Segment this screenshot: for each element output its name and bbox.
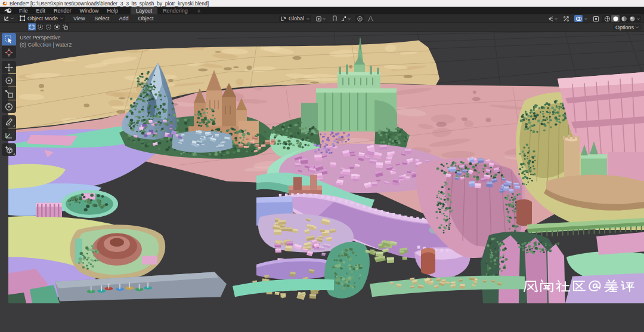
object-mode-icon	[19, 15, 26, 21]
select-mode-subtract[interactable]	[45, 23, 52, 30]
tool-rotate[interactable]	[2, 74, 16, 87]
add-cube-icon	[5, 146, 13, 154]
tool-select-box[interactable]	[2, 33, 16, 45]
blender-app-icon	[2, 1, 7, 6]
mode-dropdown[interactable]: Object Mode	[18, 15, 65, 22]
left-toolbar	[2, 33, 16, 158]
viewport-3d[interactable]: User Perspective (0) Collection | water2…	[0, 32, 644, 332]
topbar: File Edit Render Window Help Layout Rend…	[0, 7, 644, 14]
select-extend-icon	[38, 24, 43, 30]
chevron-down-icon	[584, 17, 588, 21]
scale-icon	[5, 90, 13, 98]
transform-orientation-dropdown[interactable]: Global	[279, 15, 311, 22]
toggle-xray-button[interactable]	[592, 15, 600, 22]
tool-settings-bar: Options	[0, 23, 644, 32]
overlays-icon	[575, 16, 582, 22]
cursor-icon	[5, 48, 13, 57]
proportional-editing-toggle[interactable]	[355, 15, 364, 22]
select-mode-invert[interactable]	[53, 23, 61, 30]
orientation-label: Global	[287, 16, 306, 21]
workspace-tab-layout[interactable]: Layout	[131, 7, 157, 14]
proportional-editing-icon	[357, 16, 363, 22]
editor-type-button[interactable]	[2, 15, 16, 22]
menu-add[interactable]: Add	[114, 16, 133, 21]
select-subtract-icon	[46, 24, 51, 30]
select-mode-set[interactable]	[28, 23, 36, 30]
workspace-tabs: Layout Rendering +	[131, 7, 205, 14]
shading-wireframe-icon	[604, 16, 611, 22]
shading-solid-icon	[612, 16, 619, 22]
tool-cursor[interactable]	[2, 46, 16, 59]
tool-annotate[interactable]	[2, 115, 16, 128]
xray-icon	[593, 16, 599, 22]
viewport-overlay-text: User Perspective (0) Collection | water2	[20, 34, 72, 48]
proportional-falloff-dropdown[interactable]	[366, 15, 375, 22]
measure-icon	[5, 131, 13, 139]
tool-scale[interactable]	[2, 87, 16, 100]
select-mode-group	[28, 23, 70, 30]
menu-help[interactable]: Help	[103, 7, 123, 14]
shading-mode-group	[602, 15, 641, 22]
view-name-label: User Perspective	[20, 34, 72, 41]
shading-rendered-icon	[629, 16, 636, 22]
menu-object[interactable]: Object	[133, 16, 158, 21]
tool-move[interactable]	[2, 61, 16, 73]
tool-add-cube[interactable]	[2, 143, 16, 156]
snap-toggle[interactable]	[330, 15, 339, 22]
transform-icon	[5, 103, 13, 111]
mode-label: Object Mode	[26, 16, 60, 21]
select-mode-intersect[interactable]	[61, 23, 69, 30]
chevron-down-icon	[306, 17, 310, 21]
viewport-header: Object Mode View Select Add Object Globa…	[0, 14, 644, 23]
select-intersect-icon	[63, 24, 68, 30]
title-bar: Blender* [C:\Users\Xpin test\Downloads\b…	[0, 0, 644, 7]
menu-render[interactable]: Render	[49, 7, 76, 14]
select-box-icon	[5, 35, 13, 44]
show-gizmo-dropdown[interactable]	[562, 15, 571, 22]
workspace-tab-rendering[interactable]: Rendering	[157, 7, 193, 14]
options-label: Options	[615, 24, 634, 30]
shading-material-button[interactable]	[620, 15, 628, 22]
shading-solid-button[interactable]	[611, 15, 620, 22]
select-invert-icon	[54, 24, 60, 30]
magnet-icon	[332, 16, 338, 22]
add-workspace-button[interactable]: +	[193, 8, 205, 14]
chevron-down-icon	[635, 25, 639, 29]
chevron-down-icon	[347, 17, 351, 21]
annotate-pen-icon	[5, 118, 13, 126]
object-visibility-dropdown[interactable]	[546, 15, 559, 22]
tool-measure[interactable]	[2, 128, 16, 141]
snap-target-icon	[340, 16, 347, 22]
menu-view[interactable]: View	[69, 16, 89, 21]
snap-with-dropdown[interactable]	[339, 15, 352, 22]
active-collection-label: (0) Collection | water2	[20, 41, 72, 48]
editor-3d-viewport-icon	[4, 15, 10, 21]
chevron-down-icon	[322, 17, 326, 21]
chevron-down-icon	[10, 16, 14, 20]
gizmo-icon	[563, 16, 569, 22]
chevron-down-icon	[636, 17, 640, 21]
window-title: Blender* [C:\Users\Xpin test\Downloads\b…	[10, 1, 209, 7]
pivot-point-icon	[315, 16, 322, 22]
overlays-dropdown[interactable]	[583, 15, 589, 22]
city-blocks-blue	[172, 130, 233, 152]
menu-edit[interactable]: Edit	[32, 7, 50, 14]
menu-window[interactable]: Window	[76, 7, 103, 14]
visibility-filter-icon	[547, 16, 554, 22]
falloff-curve-icon	[367, 16, 374, 22]
pivot-point-dropdown[interactable]	[314, 15, 327, 22]
move-icon	[5, 63, 13, 72]
select-set-icon	[29, 24, 35, 30]
menu-select[interactable]: Select	[89, 16, 114, 21]
shading-wireframe-button[interactable]	[603, 15, 611, 22]
orientation-global-icon	[280, 16, 287, 22]
options-button[interactable]: Options	[613, 24, 642, 30]
select-mode-extend[interactable]	[36, 23, 44, 30]
rotate-icon	[5, 76, 13, 85]
scene-3d-render	[0, 32, 644, 332]
tool-transform[interactable]	[2, 100, 16, 113]
show-overlays-toggle[interactable]	[574, 15, 583, 22]
shading-rendered-button[interactable]	[628, 15, 636, 22]
menu-file[interactable]: File	[15, 7, 32, 14]
blender-window: Blender* [C:\Users\Xpin test\Downloads\b…	[0, 0, 644, 332]
